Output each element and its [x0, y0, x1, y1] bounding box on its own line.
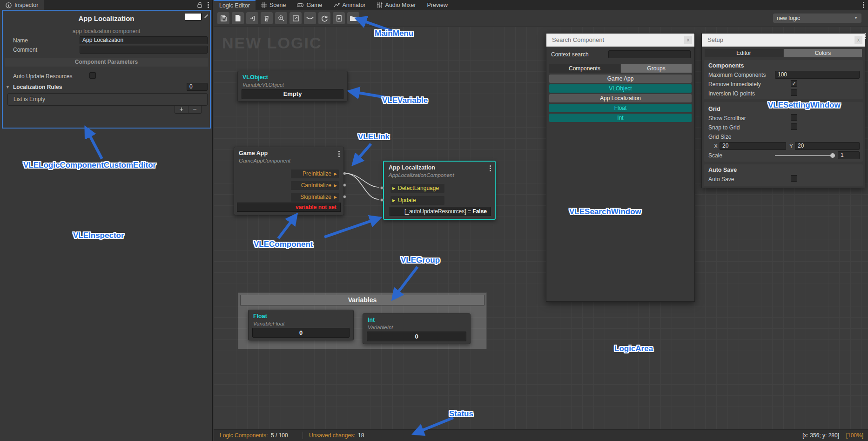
max-components-label: Maximum Components [708, 72, 766, 78]
node-title: Float [253, 313, 267, 319]
scale-slider-handle[interactable] [830, 153, 835, 158]
window-menu-icon[interactable] [863, 2, 864, 8]
annotation-mainmenu: MainMenu [375, 29, 413, 38]
search-item-float[interactable]: Float [549, 104, 692, 112]
show-scrollbar-label: Show Scrollbar [708, 115, 746, 122]
search-item-app-localization[interactable]: App Localization [549, 94, 692, 102]
rules-label[interactable]: Localization Rules [13, 84, 62, 90]
remove-rule-button[interactable]: − [188, 106, 202, 113]
logic-area[interactable]: NEW LOGIC VLObject VariableVLObject Empt… [214, 27, 868, 429]
max-components-field[interactable]: 100 [775, 71, 860, 79]
snap-to-grid-checkbox[interactable] [791, 123, 797, 130]
tab-components[interactable]: Components [549, 64, 620, 73]
link-curve-icon[interactable] [304, 12, 316, 24]
tab-scene[interactable]: Scene [256, 0, 291, 10]
tab-preview[interactable]: Preview [422, 0, 453, 10]
rules-count-field[interactable]: 0 [187, 83, 208, 91]
context-search-input[interactable] [608, 50, 691, 58]
node-menu-icon[interactable] [490, 165, 491, 171]
show-scrollbar-checkbox[interactable] [791, 114, 797, 121]
inversion-io-checkbox[interactable] [791, 89, 797, 96]
node-menu-icon[interactable] [338, 151, 340, 157]
setting-tabs: Editor Colors [705, 49, 862, 57]
output-port-dot[interactable] [343, 195, 346, 198]
input-port-dot[interactable] [380, 198, 384, 202]
input-port-dot[interactable] [380, 186, 384, 190]
output-port-dot[interactable] [343, 172, 346, 175]
auto-update-checkbox[interactable] [89, 72, 96, 79]
color-swatch[interactable] [185, 13, 202, 20]
variable-node-vlobject[interactable]: VLObject VariableVLObject Empty [237, 71, 348, 102]
grid-size-y-field[interactable]: 20 [795, 142, 860, 150]
log-icon[interactable] [333, 12, 345, 24]
add-rule-button[interactable]: + [175, 106, 188, 113]
component-node-app-localization[interactable]: App Localization AppLocalizationComponen… [383, 161, 496, 220]
inspector-menu-icon[interactable] [208, 2, 209, 8]
remove-immediately-checkbox[interactable]: ✓ [791, 80, 797, 87]
auto-save-section: Auto Save Auto Save [704, 164, 863, 186]
output-port-dot[interactable] [343, 183, 346, 187]
auto-save-checkbox[interactable] [791, 175, 797, 182]
search-item-game-app[interactable]: Game App [549, 75, 692, 83]
node-subtitle: VariableInt [368, 325, 393, 330]
name-field[interactable]: App Localization [80, 36, 208, 44]
component-node-game-app[interactable]: Game App GameAppComponent PreInitialize▶… [234, 147, 344, 215]
annotation-vlevariable: VLEVariable [382, 96, 428, 105]
input-port-update[interactable]: ▶Update [390, 196, 444, 205]
close-icon[interactable]: x [855, 36, 862, 44]
setting-window-titlebar[interactable]: Setup x [702, 34, 865, 47]
tab-logic-editor[interactable]: Logic Editor [214, 0, 256, 10]
comment-field[interactable] [80, 46, 208, 54]
scene-grid-icon [261, 2, 267, 8]
tab-game[interactable]: Game [291, 0, 328, 10]
parameter-label: [_autoUpdateResources] = [404, 208, 471, 215]
grid-section-header: Grid [708, 106, 720, 112]
variable-node-float[interactable]: Float VariableFloat 0 [248, 310, 354, 340]
output-port-skipinitialize[interactable]: SkipInitialize▶ [291, 193, 339, 202]
close-icon[interactable]: x [684, 36, 692, 44]
variable-value-field[interactable]: 0 [252, 328, 350, 338]
search-item-int[interactable]: Int [549, 114, 692, 122]
logic-selector-dropdown[interactable]: new logic ▼ [773, 14, 861, 23]
edit-pencil-icon[interactable] [203, 14, 209, 19]
components-section: Components Maximum Components 100 Remove… [704, 60, 863, 99]
delete-icon[interactable] [261, 12, 273, 24]
output-port-caninitialize[interactable]: CanInitialize▶ [291, 181, 339, 190]
variable-value-field[interactable]: 0 [367, 332, 466, 341]
variable-value-button[interactable]: Empty [242, 89, 343, 99]
group-header[interactable]: Variables [240, 295, 484, 305]
save-icon[interactable] [217, 12, 229, 24]
component-subtitle: app localization component [3, 28, 210, 34]
cursor-coordinates: [x: 356; y: 280] [802, 430, 839, 441]
search-item-vlobject[interactable]: VLObject [549, 84, 692, 93]
scale-label: Scale [708, 152, 722, 159]
lock-icon[interactable] [196, 1, 203, 8]
variable-node-int[interactable]: Int VariableInt 0 [363, 313, 471, 344]
new-file-icon[interactable] [232, 12, 244, 24]
port-arrow-icon: ▶ [334, 170, 337, 178]
refresh-icon[interactable] [318, 12, 330, 24]
tab-colors[interactable]: Colors [784, 49, 862, 57]
scale-slider[interactable] [775, 155, 834, 156]
tab-inspector[interactable]: Inspector [0, 0, 44, 10]
node-title: Game App [239, 150, 268, 156]
group-variables[interactable]: Variables Float VariableFloat 0 Int Vari… [238, 292, 487, 349]
foldout-icon[interactable]: ▼ [6, 85, 10, 89]
tab-groups[interactable]: Groups [621, 64, 692, 73]
scale-value-field[interactable]: 1 [838, 151, 860, 159]
tab-editor[interactable]: Editor [705, 49, 783, 57]
status-bar: Logic Components: 5 / 100 Unsaved change… [214, 429, 868, 441]
tab-audio-mixer[interactable]: Audio Mixer [371, 0, 422, 10]
zoom-icon[interactable] [275, 12, 287, 24]
tab-animator[interactable]: Animator [328, 0, 371, 10]
import-icon[interactable] [246, 12, 258, 24]
node-subtitle: VariableFloat [253, 321, 284, 326]
grid-size-x-field[interactable]: 20 [720, 142, 786, 150]
folder-icon[interactable] [347, 12, 359, 24]
node-subtitle: VariableVLObject [242, 82, 284, 88]
area-menu-icon[interactable] [865, 33, 866, 39]
input-port-detectlanguage[interactable]: ▶DetectLanguage [390, 184, 444, 193]
output-port-preinitialize[interactable]: PreInitialize▶ [291, 170, 339, 178]
fit-view-icon[interactable] [289, 12, 302, 24]
search-window-titlebar[interactable]: Search Component x [546, 34, 694, 47]
